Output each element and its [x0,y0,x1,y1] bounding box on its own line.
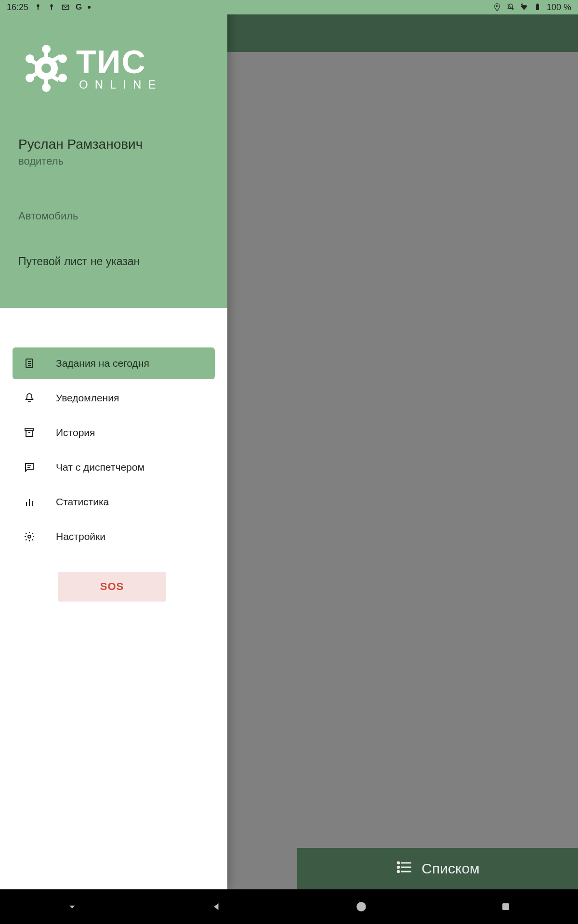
svg-rect-5 [536,4,539,10]
nav-home-button[interactable] [353,898,370,915]
waybill-status: Путевой лист не указан [18,255,209,268]
notification-dot-icon [88,6,91,9]
menu-item-label: Задания на сегодня [56,358,149,369]
svg-rect-22 [44,77,48,85]
key-icon [34,3,42,11]
svg-text:ONLINE: ONLINE [79,78,162,91]
svg-rect-23 [30,59,39,66]
svg-point-42 [356,902,366,911]
menu-item-stats[interactable]: Статистика [13,486,215,518]
wifi-sync-icon [520,3,528,12]
svg-rect-43 [502,903,509,910]
list-toggle-label: Списком [421,860,479,877]
svg-text:ТИС: ТИС [76,43,146,80]
system-nav-bar [0,889,578,924]
user-name: Руслан Рамзанович [18,137,209,152]
list-toggle-button[interactable]: Списком [297,848,578,889]
mute-bell-icon [506,3,515,12]
location-icon [493,3,501,12]
nav-back-button[interactable] [208,898,225,915]
sos-button[interactable]: SOS [58,572,166,602]
key-icon [48,3,55,11]
svg-point-0 [37,4,39,7]
svg-rect-34 [26,431,33,436]
menu-item-history[interactable]: История [13,417,215,449]
menu-item-settings[interactable]: Настройки [13,521,215,552]
svg-rect-1 [38,7,39,10]
status-right: 100 % [493,2,571,13]
battery-text: 100 % [547,2,571,13]
svg-rect-21 [44,52,48,60]
menu-item-label: Чат с диспетчером [56,462,144,473]
menu-item-label: История [56,427,95,438]
archive-icon [23,427,36,438]
svg-point-41 [28,535,31,538]
chat-icon [23,462,36,473]
drawer-menu: Задания на сегодня Уведомления История Ч… [0,308,227,602]
clipboard-icon [23,358,36,369]
svg-point-10 [397,862,399,864]
nav-dropdown-button[interactable] [64,898,81,915]
menu-item-notifications[interactable]: Уведомления [13,382,215,414]
menu-item-label: Уведомления [56,392,119,404]
status-left: 16:25 G [7,2,91,13]
svg-point-14 [41,64,51,73]
svg-rect-6 [537,4,538,5]
list-icon [395,859,413,879]
google-icon: G [76,2,82,12]
drawer-header: ТИС ONLINE Руслан Рамзанович водитель Ав… [0,0,227,308]
user-role: водитель [18,155,209,167]
menu-item-label: Настройки [56,531,105,542]
menu-item-chat[interactable]: Чат с диспетчером [13,451,215,483]
gear-icon [23,531,36,542]
stats-icon [23,496,36,508]
svg-point-20 [58,74,67,82]
status-time: 16:25 [7,2,28,13]
svg-point-11 [397,866,399,868]
app-logo: ТИС ONLINE [22,39,209,99]
battery-icon [533,3,542,12]
menu-item-tasks-today[interactable]: Задания на сегодня [13,347,215,379]
nav-recent-button[interactable] [497,898,514,915]
vehicle-label: Автомобиль [18,210,209,222]
status-bar: 16:25 G 100 % [0,0,578,14]
svg-point-2 [50,4,53,7]
menu-item-label: Статистика [56,496,109,508]
gmail-icon [61,3,70,12]
bell-icon [23,392,36,404]
navigation-drawer: ТИС ONLINE Руслан Рамзанович водитель Ав… [0,0,227,889]
svg-rect-3 [51,7,52,10]
svg-point-12 [397,871,399,873]
